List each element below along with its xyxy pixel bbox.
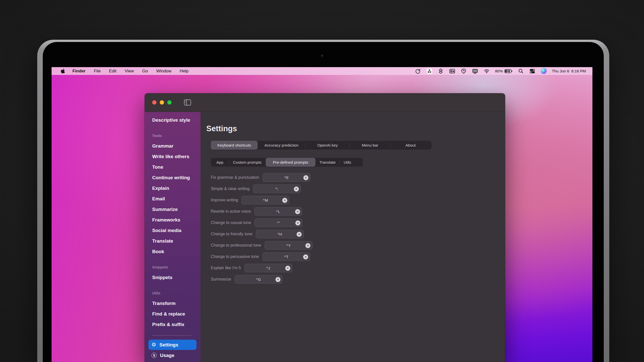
shortcut-value: ^E [284,175,289,180]
remove-shortcut-icon[interactable]: ✕ [275,277,280,282]
menu-item[interactable]: Edit [109,69,116,74]
shortcut-label: Explain like I'm 5 [211,266,241,270]
remove-shortcut-icon[interactable]: ✕ [295,209,300,214]
shortcut-field[interactable]: ^T ✕ [262,252,310,261]
control-center-icon[interactable] [529,68,536,74]
sidebar-item-usage[interactable]: $ Usage [148,350,196,360]
menu-bar: FinderFileEditViewGoWindowHelp 80% Thu J… [52,67,592,75]
remove-shortcut-icon[interactable]: ✕ [303,254,308,259]
shortcut-value: ^T [284,255,289,259]
settings-tab[interactable]: OpenAI key [305,141,350,150]
menu-item[interactable]: View [125,69,134,74]
sidebar-toggle-icon[interactable] [184,99,191,106]
menu-item[interactable]: Finder [72,69,86,74]
battery-charging-icon[interactable] [504,69,513,73]
menu-bar-status: 80% Thu Jun 6 6:16 PM [415,68,586,74]
sidebar-item[interactable]: Summarize [145,204,200,215]
sidebar-item[interactable]: Social media [145,225,200,236]
shortcut-field[interactable]: ^Y ✕ [265,241,312,250]
shortcut-category-tab[interactable]: Custom prompts [229,158,266,167]
settings-tab[interactable]: Keyboard shortcuts [211,141,258,150]
remove-shortcut-icon[interactable]: ✕ [294,187,299,192]
shortcut-field[interactable]: ^' ✕ [255,218,302,227]
settings-tab[interactable]: Accuracy prediction [258,141,305,150]
sidebar-item[interactable]: Frameworks [145,215,200,225]
sidebar-item-settings[interactable]: ⚙ Settings [148,340,196,350]
app-dots-icon[interactable] [426,68,432,74]
shortcut-category-tab[interactable]: Pre-defined prompts [266,158,315,167]
app-window: Descriptive styleToolsGrammarWrite like … [145,93,505,362]
sidebar-item[interactable]: Grammar [145,141,200,151]
sidebar-item[interactable]: Tone [145,162,200,172]
sidebar-item[interactable]: Email [145,194,200,204]
settings-tab[interactable]: Menu bar [350,141,390,150]
sidebar-item[interactable]: Prefix & suffix [145,319,200,330]
menu-item[interactable]: Go [142,69,148,74]
menu-item[interactable]: File [94,69,101,74]
shortcut-field[interactable]: ^; ✕ [253,185,301,193]
shortcut-field[interactable]: ^J ✕ [245,264,292,272]
menu-editor-icon[interactable] [449,68,455,74]
gear-icon: ⚙ [151,342,156,347]
shortcut-label: Summarize [211,277,231,282]
sidebar-item[interactable]: Write like others [145,151,200,162]
minimize-button[interactable] [160,100,164,105]
sidebar-item[interactable]: Find & replace [145,309,200,319]
settings-tabs: Keyboard shortcutsAccuracy predictionOpe… [211,141,431,150]
zoom-button[interactable] [167,100,172,105]
shortcut-field[interactable]: ^L ✕ [254,207,302,216]
gauge-icon[interactable] [415,68,421,74]
shortcut-row: Change to persuasive tone ^T ✕ [211,252,505,261]
shortcut-category-tab[interactable]: App [211,158,229,167]
pick-icon[interactable] [461,68,467,74]
siri-icon[interactable] [541,68,547,74]
shortcut-row: Summarize ^G ✕ [211,275,505,284]
shortcut-row: Rewrite in active voice ^L ✕ [211,207,505,216]
menu-item[interactable]: Help [180,69,188,74]
remove-shortcut-icon[interactable]: ✕ [285,266,290,271]
sidebar-item[interactable]: Transform [145,298,200,309]
shortcut-label: Fix grammar & punctuation [211,175,259,180]
settings-tab[interactable]: About [390,141,431,150]
shortcut-field[interactable]: ^G ✕ [235,275,283,284]
remove-shortcut-icon[interactable]: ✕ [305,243,310,248]
apple-menu[interactable] [61,69,65,73]
sidebar-item[interactable]: Snippets [145,272,200,283]
shortcut-value: ^J [266,266,270,270]
shortcut-row: Fix grammar & punctuation ^E ✕ [211,173,505,182]
sidebar-item: Utils [145,288,200,298]
remove-shortcut-icon[interactable]: ✕ [295,220,300,225]
shortcut-rows: Fix grammar & punctuation ^E ✕ Simple & … [211,173,505,284]
shortcut-label: Simple & clear writing [211,187,250,191]
battery-status: 80% [495,69,513,73]
macbook-frame: FinderFileEditViewGoWindowHelp 80% Thu J… [37,40,609,362]
shortcut-category-tab[interactable]: Utils [340,158,355,167]
sidebar-item[interactable]: Continue writing [145,172,200,183]
display-icon[interactable] [472,68,478,74]
sidebar-item-label: Settings [159,342,178,348]
window-titlebar[interactable] [145,93,505,112]
shortcut-field[interactable]: ^M ✕ [242,196,289,204]
remove-shortcut-icon[interactable]: ✕ [303,175,308,180]
remove-shortcut-icon[interactable]: ✕ [297,232,302,237]
close-button[interactable] [152,100,156,105]
wifi-icon[interactable] [484,68,490,74]
sidebar-item[interactable]: Book [145,246,200,257]
sidebar-item[interactable]: Explain [145,183,200,194]
layers-icon[interactable] [438,68,444,74]
shortcut-value: ^L [276,209,280,214]
shortcut-category-tab[interactable]: Translate [315,158,340,167]
menu-items: FinderFileEditViewGoWindowHelp [72,69,188,74]
menu-item[interactable]: Window [156,69,171,74]
shortcut-label: Change to friendly tone [211,232,252,236]
shortcut-row: Explain like I'm 5 ^J ✕ [211,264,505,272]
dollar-icon: $ [151,353,157,358]
spotlight-icon[interactable] [518,68,524,74]
sidebar-item[interactable]: Translate [145,236,200,246]
shortcut-field[interactable]: ^E ✕ [263,173,310,182]
remove-shortcut-icon[interactable]: ✕ [282,198,287,203]
shortcut-field[interactable]: ^H ✕ [256,230,304,238]
sidebar-item[interactable]: Descriptive style [145,115,200,125]
battery-percentage: 80% [495,69,503,73]
settings-content: Settings Keyboard shortcutsAccuracy pred… [200,112,505,362]
